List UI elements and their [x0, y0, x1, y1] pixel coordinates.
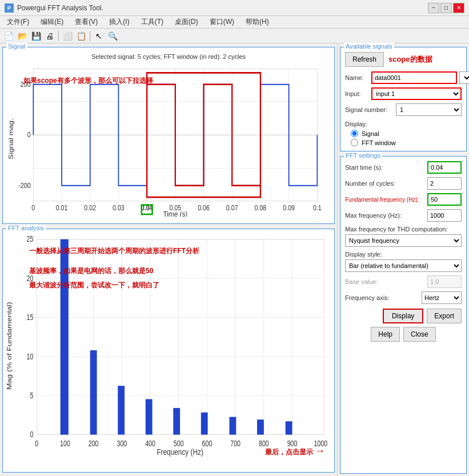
svg-text:Mag (% of Fundamental): Mag (% of Fundamental): [6, 302, 13, 390]
svg-text:0.03: 0.03: [113, 205, 125, 212]
window-controls: − □ ✕: [428, 3, 464, 13]
toolbar-separator-1: [58, 31, 59, 41]
signal-panel-title: Signal: [6, 43, 27, 50]
signal-num-dropdown[interactable]: 1: [396, 103, 462, 116]
svg-text:0.1: 0.1: [313, 205, 322, 212]
menu-help[interactable]: 帮助(H): [241, 16, 274, 28]
display-section: Display: Signal FFT window: [345, 121, 462, 146]
menu-edit[interactable]: 编辑(E): [36, 16, 68, 28]
display-fftwindow-label: FFT window: [362, 139, 396, 146]
freq-axis-dropdown[interactable]: Hertz: [422, 291, 462, 304]
fund-freq-row: Fundamental frequency (Hz):: [345, 193, 462, 206]
name-dropdown[interactable]: ▼: [459, 71, 469, 84]
base-value-label: Base value:: [345, 278, 425, 285]
svg-text:0.08: 0.08: [255, 205, 267, 212]
menu-window[interactable]: 窗口(W): [205, 16, 239, 28]
help-button[interactable]: Help: [371, 327, 400, 342]
display-style-dropdown[interactable]: Bar (relative to fundamental): [345, 259, 462, 272]
toolbar-zoom[interactable]: 🔍: [106, 30, 119, 42]
display-fftwindow-radio[interactable]: [351, 139, 358, 146]
svg-text:15: 15: [26, 313, 33, 322]
base-value-row: Base value:: [345, 275, 462, 288]
svg-text:0.06: 0.06: [198, 205, 210, 212]
toolbar-cursor[interactable]: ↖: [93, 30, 105, 42]
svg-rect-49: [146, 399, 153, 435]
start-time-input[interactable]: [427, 161, 462, 174]
freq-axis-row: Frequency axis: Hertz: [345, 291, 462, 304]
close-button-2[interactable]: Close: [403, 327, 436, 342]
available-signals-section: Available signals Refresh scope的数据 Name:…: [340, 47, 467, 151]
svg-text:600: 600: [202, 439, 213, 449]
max-freq-thd-dropdown[interactable]: Nyquist frequency: [345, 234, 462, 247]
svg-rect-50: [173, 408, 180, 435]
toolbar-print[interactable]: 🖨: [43, 30, 56, 42]
close-button[interactable]: ✕: [453, 3, 464, 13]
signal-num-row: Signal number: 1: [345, 103, 462, 116]
svg-text:0: 0: [31, 205, 35, 212]
signal-num-label: Signal number:: [345, 106, 394, 113]
refresh-button[interactable]: Refresh: [345, 52, 384, 67]
fund-freq-label: Fundamental frequency (Hz):: [345, 197, 425, 203]
main-content: Signal Selected signal: 5 cycles; FFT wi…: [0, 43, 469, 476]
fft-analysis-panel: FFT analysis Mag (% of Fundamental): [2, 229, 335, 473]
svg-rect-53: [257, 419, 264, 434]
export-button[interactable]: Export: [427, 309, 462, 323]
input-row: Input: input 1: [345, 87, 462, 100]
svg-rect-48: [118, 386, 125, 434]
svg-text:0.02: 0.02: [84, 205, 96, 212]
base-value-input[interactable]: [427, 275, 462, 288]
start-time-row: Start time (s):: [345, 161, 462, 174]
num-cycles-input[interactable]: [427, 177, 462, 190]
toolbar-new[interactable]: 📄: [2, 30, 15, 42]
toolbar-save[interactable]: 💾: [30, 30, 42, 42]
window-title: Powergui FFT Analysis Tool.: [17, 4, 103, 12]
svg-rect-52: [230, 417, 236, 435]
svg-text:0: 0: [30, 430, 33, 439]
menu-file[interactable]: 文件(F): [2, 16, 34, 28]
svg-text:200: 200: [21, 81, 31, 88]
svg-text:20: 20: [26, 274, 33, 283]
max-freq-thd-label: Max frequency for THD computation:: [345, 226, 448, 233]
menu-tools[interactable]: 工具(T): [137, 16, 168, 28]
display-button[interactable]: Display: [383, 309, 423, 323]
toolbar-copy[interactable]: ⬜: [61, 30, 74, 42]
svg-text:900: 900: [287, 439, 298, 449]
display-label: Display:: [345, 121, 367, 127]
signal-chart-svg: Signal mag.: [6, 61, 331, 217]
input-dropdown[interactable]: input 1: [371, 87, 462, 100]
minimize-button[interactable]: −: [428, 3, 439, 13]
max-freq-input[interactable]: [427, 209, 462, 222]
max-freq-row: Max frequency (Hz):: [345, 209, 462, 222]
svg-rect-51: [201, 413, 208, 435]
title-bar-left: P Powergui FFT Analysis Tool.: [5, 3, 103, 13]
svg-rect-46: [61, 239, 69, 435]
menu-view[interactable]: 查看(V): [70, 16, 102, 28]
menu-insert[interactable]: 插入(I): [105, 16, 134, 28]
fft-settings-title: FFT settings: [344, 152, 382, 159]
scope-data-annotation: scope的数据: [388, 54, 432, 65]
toolbar-separator-2: [90, 31, 90, 41]
max-freq-label: Max frequency (Hz):: [345, 212, 425, 219]
num-cycles-label: Number of cycles:: [345, 180, 425, 187]
svg-text:700: 700: [230, 439, 240, 449]
fund-freq-input[interactable]: [427, 193, 462, 206]
maximize-button[interactable]: □: [440, 3, 452, 13]
available-signals-title: Available signals: [344, 43, 394, 50]
fft-panel-title: FFT analysis: [6, 225, 46, 231]
display-style-label-row: Display style:: [345, 250, 462, 258]
display-fftwindow-row: FFT window: [345, 139, 462, 146]
fft-settings-section: FFT settings Start time (s): Number of c…: [340, 156, 467, 474]
svg-text:800: 800: [259, 439, 269, 449]
menu-desktop[interactable]: 桌面(D): [170, 16, 203, 28]
svg-text:300: 300: [117, 439, 127, 449]
display-signal-radio[interactable]: [351, 130, 358, 137]
toolbar-paste[interactable]: 📋: [75, 30, 87, 42]
num-cycles-row: Number of cycles:: [345, 177, 462, 190]
right-panel: Available signals Refresh scope的数据 Name:…: [338, 43, 469, 476]
svg-text:0: 0: [27, 131, 31, 139]
name-input[interactable]: [371, 71, 457, 84]
input-label: Input:: [345, 90, 369, 97]
svg-text:25: 25: [26, 235, 33, 244]
svg-rect-54: [286, 421, 292, 434]
toolbar-open[interactable]: 📂: [16, 30, 29, 42]
